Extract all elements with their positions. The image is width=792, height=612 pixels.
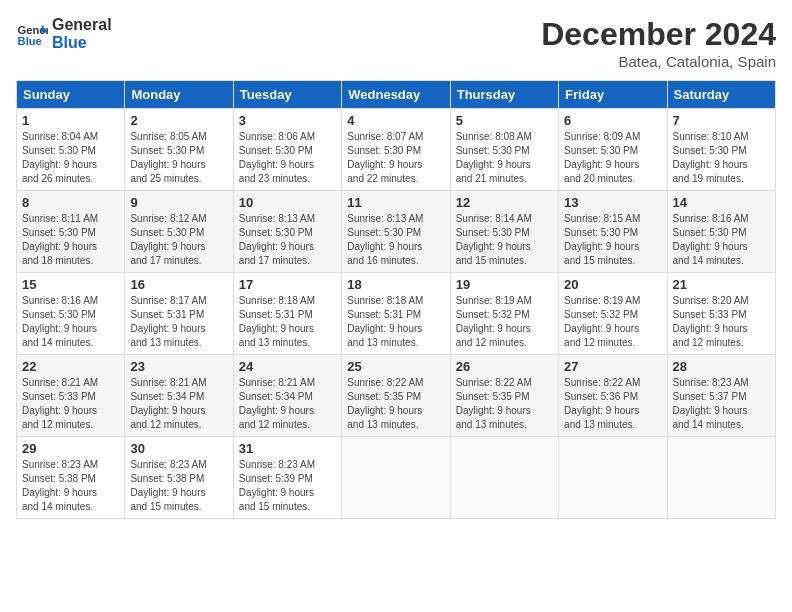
day-number: 29 [22,441,119,456]
day-info: Sunrise: 8:23 AM Sunset: 5:39 PM Dayligh… [239,458,336,514]
day-number: 13 [564,195,661,210]
day-info: Sunrise: 8:12 AM Sunset: 5:30 PM Dayligh… [130,212,227,268]
calendar-cell: 11Sunrise: 8:13 AM Sunset: 5:30 PM Dayli… [342,191,450,273]
logo-icon: General Blue [16,18,48,50]
day-number: 12 [456,195,553,210]
day-number: 26 [456,359,553,374]
day-number: 23 [130,359,227,374]
weekday-header: Saturday [667,81,775,109]
calendar-cell: 23Sunrise: 8:21 AM Sunset: 5:34 PM Dayli… [125,355,233,437]
day-info: Sunrise: 8:23 AM Sunset: 5:38 PM Dayligh… [130,458,227,514]
calendar-cell: 22Sunrise: 8:21 AM Sunset: 5:33 PM Dayli… [17,355,125,437]
day-number: 6 [564,113,661,128]
calendar-cell: 27Sunrise: 8:22 AM Sunset: 5:36 PM Dayli… [559,355,667,437]
day-info: Sunrise: 8:23 AM Sunset: 5:37 PM Dayligh… [673,376,770,432]
day-number: 30 [130,441,227,456]
day-number: 16 [130,277,227,292]
calendar-cell [342,437,450,519]
day-number: 27 [564,359,661,374]
calendar-week-row: 22Sunrise: 8:21 AM Sunset: 5:33 PM Dayli… [17,355,776,437]
day-number: 28 [673,359,770,374]
calendar-cell: 7Sunrise: 8:10 AM Sunset: 5:30 PM Daylig… [667,109,775,191]
logo: General Blue General Blue [16,16,112,52]
logo-line2: Blue [52,34,112,52]
weekday-header: Monday [125,81,233,109]
page-header: General Blue General Blue December 2024 … [16,16,776,70]
day-info: Sunrise: 8:22 AM Sunset: 5:36 PM Dayligh… [564,376,661,432]
calendar-cell: 25Sunrise: 8:22 AM Sunset: 5:35 PM Dayli… [342,355,450,437]
day-number: 21 [673,277,770,292]
day-info: Sunrise: 8:08 AM Sunset: 5:30 PM Dayligh… [456,130,553,186]
day-number: 2 [130,113,227,128]
day-number: 19 [456,277,553,292]
day-info: Sunrise: 8:17 AM Sunset: 5:31 PM Dayligh… [130,294,227,350]
weekday-header: Sunday [17,81,125,109]
calendar-cell: 29Sunrise: 8:23 AM Sunset: 5:38 PM Dayli… [17,437,125,519]
day-info: Sunrise: 8:21 AM Sunset: 5:33 PM Dayligh… [22,376,119,432]
day-number: 31 [239,441,336,456]
location: Batea, Catalonia, Spain [541,53,776,70]
day-info: Sunrise: 8:19 AM Sunset: 5:32 PM Dayligh… [456,294,553,350]
day-number: 24 [239,359,336,374]
calendar-cell: 15Sunrise: 8:16 AM Sunset: 5:30 PM Dayli… [17,273,125,355]
calendar-cell: 20Sunrise: 8:19 AM Sunset: 5:32 PM Dayli… [559,273,667,355]
day-number: 25 [347,359,444,374]
calendar-cell [450,437,558,519]
calendar-cell: 10Sunrise: 8:13 AM Sunset: 5:30 PM Dayli… [233,191,341,273]
day-number: 8 [22,195,119,210]
day-info: Sunrise: 8:22 AM Sunset: 5:35 PM Dayligh… [456,376,553,432]
calendar-cell: 17Sunrise: 8:18 AM Sunset: 5:31 PM Dayli… [233,273,341,355]
day-info: Sunrise: 8:18 AM Sunset: 5:31 PM Dayligh… [239,294,336,350]
calendar-cell: 16Sunrise: 8:17 AM Sunset: 5:31 PM Dayli… [125,273,233,355]
calendar-cell: 3Sunrise: 8:06 AM Sunset: 5:30 PM Daylig… [233,109,341,191]
logo-line1: General [52,16,112,34]
weekday-header: Friday [559,81,667,109]
day-number: 11 [347,195,444,210]
calendar-cell: 1Sunrise: 8:04 AM Sunset: 5:30 PM Daylig… [17,109,125,191]
calendar-cell: 28Sunrise: 8:23 AM Sunset: 5:37 PM Dayli… [667,355,775,437]
calendar-cell: 8Sunrise: 8:11 AM Sunset: 5:30 PM Daylig… [17,191,125,273]
day-info: Sunrise: 8:16 AM Sunset: 5:30 PM Dayligh… [22,294,119,350]
day-info: Sunrise: 8:22 AM Sunset: 5:35 PM Dayligh… [347,376,444,432]
day-info: Sunrise: 8:05 AM Sunset: 5:30 PM Dayligh… [130,130,227,186]
day-number: 1 [22,113,119,128]
day-info: Sunrise: 8:15 AM Sunset: 5:30 PM Dayligh… [564,212,661,268]
day-info: Sunrise: 8:10 AM Sunset: 5:30 PM Dayligh… [673,130,770,186]
calendar-header-row: SundayMondayTuesdayWednesdayThursdayFrid… [17,81,776,109]
calendar-cell: 12Sunrise: 8:14 AM Sunset: 5:30 PM Dayli… [450,191,558,273]
weekday-header: Thursday [450,81,558,109]
day-info: Sunrise: 8:13 AM Sunset: 5:30 PM Dayligh… [347,212,444,268]
calendar-body: 1Sunrise: 8:04 AM Sunset: 5:30 PM Daylig… [17,109,776,519]
day-info: Sunrise: 8:13 AM Sunset: 5:30 PM Dayligh… [239,212,336,268]
calendar-cell: 14Sunrise: 8:16 AM Sunset: 5:30 PM Dayli… [667,191,775,273]
day-info: Sunrise: 8:19 AM Sunset: 5:32 PM Dayligh… [564,294,661,350]
calendar-cell: 6Sunrise: 8:09 AM Sunset: 5:30 PM Daylig… [559,109,667,191]
day-info: Sunrise: 8:20 AM Sunset: 5:33 PM Dayligh… [673,294,770,350]
day-info: Sunrise: 8:21 AM Sunset: 5:34 PM Dayligh… [130,376,227,432]
day-info: Sunrise: 8:16 AM Sunset: 5:30 PM Dayligh… [673,212,770,268]
day-info: Sunrise: 8:14 AM Sunset: 5:30 PM Dayligh… [456,212,553,268]
calendar-cell: 13Sunrise: 8:15 AM Sunset: 5:30 PM Dayli… [559,191,667,273]
day-number: 18 [347,277,444,292]
day-number: 15 [22,277,119,292]
calendar-table: SundayMondayTuesdayWednesdayThursdayFrid… [16,80,776,519]
day-info: Sunrise: 8:11 AM Sunset: 5:30 PM Dayligh… [22,212,119,268]
calendar-cell: 18Sunrise: 8:18 AM Sunset: 5:31 PM Dayli… [342,273,450,355]
day-info: Sunrise: 8:18 AM Sunset: 5:31 PM Dayligh… [347,294,444,350]
day-info: Sunrise: 8:07 AM Sunset: 5:30 PM Dayligh… [347,130,444,186]
calendar-cell [559,437,667,519]
calendar-cell: 26Sunrise: 8:22 AM Sunset: 5:35 PM Dayli… [450,355,558,437]
weekday-header: Wednesday [342,81,450,109]
calendar-week-row: 8Sunrise: 8:11 AM Sunset: 5:30 PM Daylig… [17,191,776,273]
day-number: 7 [673,113,770,128]
day-number: 3 [239,113,336,128]
calendar-cell: 5Sunrise: 8:08 AM Sunset: 5:30 PM Daylig… [450,109,558,191]
day-info: Sunrise: 8:04 AM Sunset: 5:30 PM Dayligh… [22,130,119,186]
title-block: December 2024 Batea, Catalonia, Spain [541,16,776,70]
day-number: 9 [130,195,227,210]
calendar-cell: 4Sunrise: 8:07 AM Sunset: 5:30 PM Daylig… [342,109,450,191]
calendar-cell: 24Sunrise: 8:21 AM Sunset: 5:34 PM Dayli… [233,355,341,437]
calendar-cell: 9Sunrise: 8:12 AM Sunset: 5:30 PM Daylig… [125,191,233,273]
day-number: 14 [673,195,770,210]
day-number: 17 [239,277,336,292]
